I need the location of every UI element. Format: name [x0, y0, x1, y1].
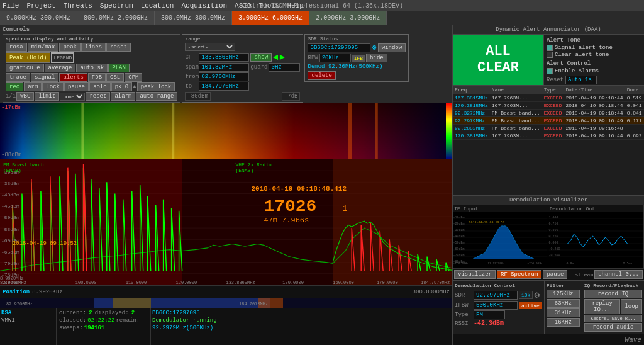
demod-control-title: Demodulation Control: [455, 283, 542, 288]
show-btn[interactable]: show: [250, 53, 272, 62]
cf-label: CF: [185, 54, 197, 60]
plan-btn[interactable]: PLAN: [108, 64, 130, 72]
sdr-device-input[interactable]: [308, 43, 370, 52]
svg-text:82.9760MHz: 82.9760MHz: [0, 281, 26, 286]
auto-range-btn[interactable]: auto range: [136, 92, 177, 101]
guard-input[interactable]: [269, 63, 300, 72]
svg-text:-250.0KHz: -250.0KHz: [453, 262, 469, 265]
freq-tab-3[interactable]: 3.000GHz-6.000GHz: [232, 11, 309, 25]
cf-input[interactable]: [199, 53, 249, 62]
fdb-btn[interactable]: FDB: [88, 73, 106, 82]
window-btn[interactable]: window: [378, 43, 406, 52]
sdr-gear-icon[interactable]: ⚙: [534, 290, 539, 300]
range-select[interactable]: - select -: [185, 43, 235, 51]
table-row[interactable]: 170.3815MHz167.7963M...EXCEED2018-04-19 …: [453, 132, 644, 140]
freq-tab-1[interactable]: 800.0MHz-2.000GHz: [77, 11, 155, 25]
trace-btn[interactable]: trace: [6, 73, 30, 82]
cf-arrow-left[interactable]: ◄: [273, 52, 278, 62]
rf-spectrum-btn[interactable]: RF Spectrum: [497, 270, 541, 279]
sdr-ctrl-input[interactable]: [474, 291, 518, 300]
rosa-btn[interactable]: rosa: [6, 43, 27, 52]
menu-asid[interactable]: ASID: [235, 2, 251, 9]
svg-rect-13: [182, 159, 333, 285]
menu-tools[interactable]: Tools: [259, 2, 280, 9]
record-iq-btn[interactable]: record IQ: [584, 290, 642, 298]
wbc-btn[interactable]: WBC: [16, 92, 34, 101]
replay-iq-btn[interactable]: replay IQ...: [584, 299, 621, 314]
filter-16-btn[interactable]: 16KHz: [547, 318, 580, 327]
peak-lock-btn[interactable]: peak lock: [137, 82, 175, 91]
alerts-btn[interactable]: alerts: [59, 73, 87, 82]
rbw-input[interactable]: [319, 54, 351, 62]
record-audio-btn[interactable]: record audio: [584, 323, 642, 332]
svg-text:150.0000: 150.0000: [282, 281, 303, 286]
freq-tab-0[interactable]: 9.000KHz-300.0MHz: [0, 11, 77, 25]
reset-input[interactable]: [565, 76, 597, 84]
auto-sk-btn[interactable]: auto sk: [76, 64, 108, 72]
arm-btn[interactable]: arm: [24, 82, 42, 91]
sdr-settings-icon[interactable]: ⚙: [372, 43, 376, 52]
limit-btn[interactable]: limit: [35, 92, 59, 101]
channel-btn[interactable]: channel 0...: [594, 270, 643, 279]
none-select[interactable]: none: [60, 93, 85, 101]
menu-help[interactable]: Help: [287, 2, 304, 9]
table-row[interactable]: 167.3815MHz167.7963M...EXCEED2018-04-19 …: [453, 94, 644, 102]
menu-acquisition[interactable]: Acquisition: [181, 2, 227, 9]
type-input[interactable]: [474, 310, 505, 319]
cf-arrow-right[interactable]: ►: [279, 52, 284, 62]
reset-btn[interactable]: reset: [106, 43, 131, 52]
kestrel-wave-btn[interactable]: Kestrel Wave R...: [584, 315, 642, 322]
solo-btn[interactable]: solo: [89, 82, 111, 91]
reset-small-btn[interactable]: reset: [86, 92, 110, 101]
table-row[interactable]: 92.2882MHzFM Bcast band...EXCEED2018-04-…: [453, 125, 644, 132]
average-btn[interactable]: average: [45, 64, 76, 72]
cell-duration: 0.171: [625, 117, 644, 125]
hide-btn[interactable]: hide: [366, 54, 387, 62]
cell-duration: 0.519: [625, 94, 644, 102]
cell-datetime: 2018-04-19 09:18:44: [564, 110, 625, 117]
demod-output-chart: Demodulator Out 1.000 0.750: [548, 205, 644, 268]
table-row[interactable]: 92.2979MHzFM Bcast band...EXCEED2018-04-…: [453, 117, 644, 125]
to-input[interactable]: [199, 82, 249, 91]
table-row[interactable]: 170.3815MHz167.7963M...EXCEED2018-04-19 …: [453, 102, 644, 110]
menu-project[interactable]: Project: [26, 2, 55, 9]
from-input[interactable]: [199, 72, 249, 81]
rec-btn[interactable]: rec: [6, 82, 23, 91]
filter-31-btn[interactable]: 31KHz: [547, 308, 580, 317]
menu-spectrum[interactable]: Spectrum: [100, 2, 133, 9]
span-input[interactable]: [199, 63, 249, 72]
ifb-badge: IFB: [352, 55, 365, 62]
pause-btn[interactable]: pause: [64, 82, 89, 91]
menu-location[interactable]: Location: [141, 2, 174, 9]
lock-btn[interactable]: lock: [42, 82, 64, 91]
filter-section: Filter 125KHz 63KHz 31KHz 16KHz: [545, 281, 582, 334]
peak-btn[interactable]: peak: [59, 43, 80, 52]
freq-tab-2[interactable]: 300.0MHz-800.0MHz: [155, 11, 232, 25]
dsa-left: DSA VMW1: [0, 308, 57, 345]
pause-viz-btn[interactable]: pause: [543, 270, 567, 279]
table-row[interactable]: 92.3272MHzFM Bcast band...EXCEED2018-04-…: [453, 110, 644, 117]
ifbw-input[interactable]: [474, 301, 518, 310]
minmax-btn[interactable]: min/max: [28, 43, 59, 52]
enable-alarms-checkbox[interactable]: [547, 68, 553, 74]
menu-file[interactable]: File: [3, 2, 19, 9]
delete-btn[interactable]: delete: [308, 71, 335, 80]
osl-btn[interactable]: OSL: [106, 73, 124, 82]
clear-alert-checkbox[interactable]: [547, 52, 553, 58]
graticule-btn[interactable]: graticule: [6, 64, 44, 72]
filter-63-btn[interactable]: 63KHz: [547, 299, 580, 308]
cell-duration: 0.041: [625, 102, 644, 110]
visualizer-btn[interactable]: visualizer: [454, 270, 496, 279]
signal-alert-checkbox[interactable]: [547, 45, 553, 51]
alarm-btn[interactable]: alarm: [111, 92, 135, 101]
peak-hold-btn[interactable]: Peak (Hold): [6, 52, 50, 63]
freq-tabs: 9.000KHz-300.0MHz 800.0MHz-2.000GHz 300.…: [0, 11, 644, 25]
signal-btn[interactable]: signal: [31, 73, 58, 82]
pk-btn[interactable]: pk 0: [111, 82, 133, 91]
filter-125-btn[interactable]: 125KHz: [547, 290, 580, 298]
lines-btn[interactable]: lines: [81, 43, 106, 52]
loop-btn[interactable]: loop: [621, 299, 642, 314]
cpm-btn[interactable]: CPM: [125, 73, 142, 82]
menu-threats[interactable]: Threats: [64, 2, 92, 9]
freq-tab-4[interactable]: 2.000GHz-3.000GHz: [309, 11, 387, 25]
